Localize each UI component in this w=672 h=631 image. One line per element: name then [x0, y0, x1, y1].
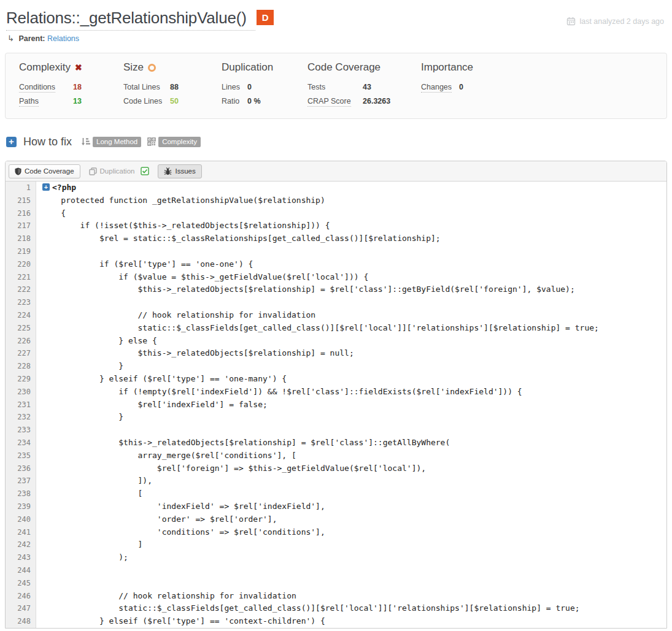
code-line: 1 +<?php	[6, 182, 666, 194]
line-number: 239	[6, 500, 36, 513]
line-code: } elseif ($rel['type'] == 'context-child…	[36, 615, 666, 628]
code-line: 244	[6, 564, 666, 577]
line-code: // hook relationship for invalidation	[36, 309, 666, 322]
metric-value: 18	[73, 83, 82, 91]
line-code	[36, 245, 666, 258]
line-code: if ($rel['type'] == 'one-one') {	[36, 258, 666, 271]
code-line: 237 ]),	[6, 475, 666, 488]
line-code: array_merge($rel['conditions'], [	[36, 449, 666, 462]
line-number: 225	[6, 322, 36, 335]
line-code: 'conditions' => $rel['conditions'],	[36, 526, 666, 539]
line-code: } else {	[36, 335, 666, 348]
metric-value: 0	[459, 83, 463, 91]
line-code: [	[36, 488, 666, 500]
code-line: 231 $rel['indexField'] = false;	[6, 399, 666, 411]
line-code: $rel = static::$_classRelationships[get_…	[36, 232, 666, 245]
metric-title: Size	[123, 61, 144, 74]
code-line: 215 protected function _getRelationshipV…	[6, 194, 666, 207]
tab-code-coverage[interactable]: Code Coverage	[9, 164, 80, 178]
how-to-fix-label: How to fix	[23, 136, 72, 148]
sort-amount-icon	[81, 137, 90, 146]
code-line: 246 // hook relationship for invalidatio…	[6, 590, 666, 603]
metric-column-code-coverage: Code Coverage Tests 43 CRAP Score 26.326…	[307, 61, 421, 118]
line-code: $rel['indexField'] = false;	[36, 399, 666, 411]
issue-tag-complexity[interactable]: Complexity	[158, 137, 201, 147]
code-line: 228 }	[6, 360, 666, 373]
code-line: 243 );	[6, 551, 666, 564]
code-lines: 1 +<?php 215 protected function _getRela…	[6, 182, 666, 628]
line-number: 229	[6, 373, 36, 386]
code-line: 247 static::$_classFields[get_called_cla…	[6, 602, 666, 615]
metric-row: Total Lines 88	[123, 83, 222, 91]
metric-label[interactable]: Paths	[19, 97, 39, 107]
line-number: 234	[6, 437, 36, 449]
metric-column-complexity: Complexity ✖ Conditions 18 Paths 13	[19, 61, 123, 118]
metric-label[interactable]: Changes	[421, 83, 452, 93]
code-line: 223	[6, 296, 666, 309]
metric-label[interactable]: Conditions	[19, 83, 55, 93]
metric-value: 50	[170, 97, 179, 105]
page-title: Relations::_getRelationshipValue()	[6, 9, 255, 31]
parent-link[interactable]: Relations	[47, 34, 79, 43]
metric-value: 88	[170, 83, 179, 91]
code-line: 241 'conditions' => $rel['conditions'],	[6, 526, 666, 539]
grade-badge: D	[257, 10, 274, 25]
line-number: 220	[6, 258, 36, 271]
expand-code-icon[interactable]: +	[42, 183, 50, 191]
metric-label[interactable]: CRAP Score	[307, 97, 351, 107]
line-code: if ($value = $this->_getFieldValue($rel[…	[36, 271, 666, 284]
line-number: 236	[6, 462, 36, 475]
metric-label: Code Lines	[123, 97, 170, 105]
line-number: 231	[6, 399, 36, 411]
code-line: 236 $rel['foreign'] => $this->_getFieldV…	[6, 462, 666, 475]
line-number: 228	[6, 360, 36, 373]
line-number: 243	[6, 551, 36, 564]
line-number: 246	[6, 590, 36, 603]
code-line: 219	[6, 245, 666, 258]
duplication-checked-icon[interactable]	[141, 167, 149, 175]
line-code: }	[36, 411, 666, 424]
metric-title: Duplication	[222, 61, 307, 74]
line-number: 237	[6, 475, 36, 488]
last-analyzed: last analyzed 2 days ago	[566, 17, 664, 26]
code-line: 238 [	[6, 488, 666, 500]
expand-how-to-fix-button[interactable]: +	[6, 137, 17, 147]
line-number: 224	[6, 309, 36, 322]
line-number: 215	[6, 194, 36, 207]
metric-row: Conditions 18	[19, 83, 123, 91]
line-number: 232	[6, 411, 36, 424]
line-code	[36, 296, 666, 309]
line-number: 247	[6, 602, 36, 615]
line-code: static::$_classFields[get_called_class()…	[36, 602, 666, 615]
metric-title: Importance	[421, 61, 473, 74]
code-viewer-tabbar: Code Coverage Duplication	[6, 161, 666, 182]
code-line: 222 $this->_relatedObjects[$relationship…	[6, 283, 666, 296]
metric-label: Tests	[307, 83, 363, 91]
line-number: 240	[6, 513, 36, 526]
code-line: 248 } elseif ($rel['type'] == 'context-c…	[6, 615, 666, 628]
line-code: }	[36, 360, 666, 373]
line-number: 227	[6, 347, 36, 360]
failed-x-icon: ✖	[75, 63, 82, 72]
tab-duplication[interactable]: Duplication	[83, 164, 156, 178]
line-number: 219	[6, 245, 36, 258]
metric-column-duplication: Duplication Lines 0 Ratio 0 %	[222, 61, 307, 118]
shield-icon	[15, 167, 21, 175]
tab-label: Duplication	[100, 167, 135, 175]
tab-label: Code Coverage	[25, 167, 74, 175]
parent-arrow-icon: ↳	[7, 34, 14, 43]
code-viewer-panel: Code Coverage Duplication	[5, 161, 667, 629]
issue-tag-long-method[interactable]: Long Method	[93, 137, 141, 147]
metric-column-size: Size Total Lines 88 Code Lines 50	[123, 61, 222, 118]
line-code: ]	[36, 538, 666, 551]
tab-issues[interactable]: Issues	[158, 164, 201, 178]
metric-row: Paths 13	[19, 97, 123, 105]
line-code	[36, 577, 666, 590]
method-analysis-page: Relations::_getRelationshipValue() D las…	[0, 0, 672, 629]
line-number: 218	[6, 232, 36, 245]
metrics-panel: Complexity ✖ Conditions 18 Paths 13 Size…	[5, 53, 667, 119]
line-code: protected function _getRelationshipValue…	[36, 194, 666, 207]
line-code: if (!isset($this->_relatedObjects[$relat…	[36, 220, 666, 232]
last-analyzed-text: last analyzed 2 days ago	[579, 17, 664, 26]
line-code	[36, 564, 666, 577]
